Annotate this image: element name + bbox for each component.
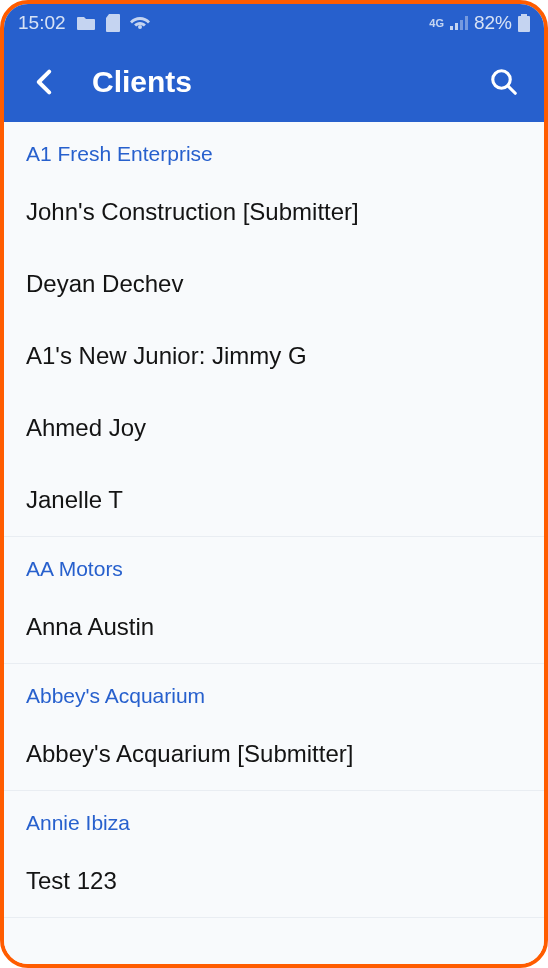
status-time: 15:02 [18, 12, 66, 34]
status-bar: 15:02 4G 82% [4, 4, 544, 42]
battery-icon [518, 14, 530, 32]
svg-rect-4 [521, 14, 527, 16]
client-group: AA MotorsAnna Austin [4, 537, 544, 664]
client-item[interactable]: A1's New Junior: Jimmy G [4, 320, 544, 392]
svg-rect-0 [450, 26, 453, 30]
search-button[interactable] [480, 58, 528, 106]
folder-icon [76, 15, 96, 31]
client-group: Annie IbizaTest 123 [4, 791, 544, 918]
svg-rect-2 [460, 20, 463, 30]
client-item[interactable]: Abbey's Acquarium [Submitter] [4, 718, 544, 790]
client-item[interactable]: John's Construction [Submitter] [4, 176, 544, 248]
client-item[interactable]: Ahmed Joy [4, 392, 544, 464]
app-bar: Clients [4, 42, 544, 122]
group-header[interactable]: A1 Fresh Enterprise [4, 122, 544, 176]
group-header[interactable]: Annie Ibiza [4, 791, 544, 845]
network-4g-icon: 4G [429, 18, 444, 29]
status-bar-right: 4G 82% [429, 12, 530, 34]
battery-percent: 82% [474, 12, 512, 34]
status-bar-left: 15:02 [18, 12, 150, 34]
svg-line-8 [508, 86, 516, 94]
client-group: A1 Fresh EnterpriseJohn's Construction [… [4, 122, 544, 537]
client-item[interactable]: Janelle T [4, 464, 544, 536]
page-title: Clients [92, 65, 480, 99]
svg-rect-3 [465, 16, 468, 30]
network-label: 4G [429, 18, 444, 29]
back-button[interactable] [20, 58, 68, 106]
client-item[interactable]: Deyan Dechev [4, 248, 544, 320]
client-list[interactable]: A1 Fresh EnterpriseJohn's Construction [… [4, 122, 544, 964]
group-header[interactable]: AA Motors [4, 537, 544, 591]
chevron-left-icon [36, 69, 52, 95]
client-item[interactable]: Anna Austin [4, 591, 544, 663]
signal-icon [450, 16, 468, 30]
search-icon [489, 67, 519, 97]
client-item[interactable]: Test 123 [4, 845, 544, 917]
group-header[interactable]: Abbey's Acquarium [4, 664, 544, 718]
device-frame: 15:02 4G 82% C [0, 0, 548, 968]
sd-card-icon [106, 14, 120, 32]
svg-rect-1 [455, 23, 458, 30]
wifi-icon [130, 15, 150, 31]
client-group: Abbey's AcquariumAbbey's Acquarium [Subm… [4, 664, 544, 791]
